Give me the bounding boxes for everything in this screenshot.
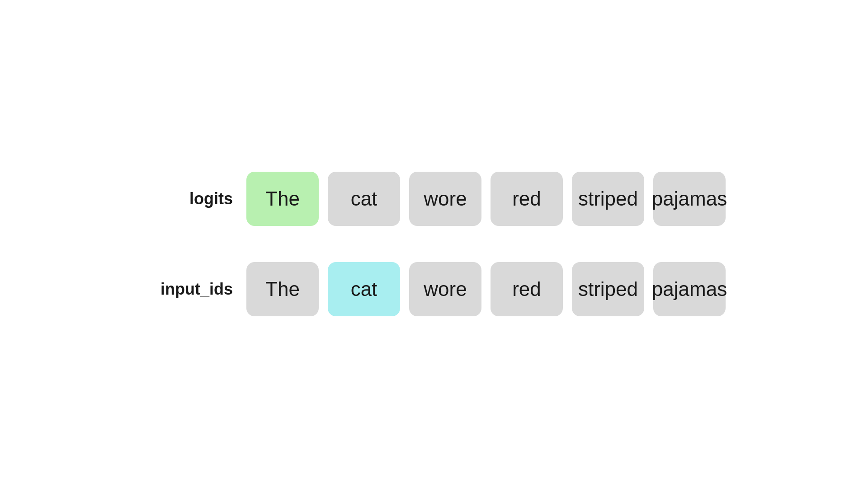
token-logits-4[interactable]: striped bbox=[572, 172, 644, 226]
token-input_ids-3[interactable]: red bbox=[491, 262, 563, 316]
main-container: logitsThecatworeredstripedpajamasinput_i… bbox=[142, 172, 726, 316]
token-logits-1[interactable]: cat bbox=[328, 172, 400, 226]
label-logits: logits bbox=[142, 189, 233, 208]
token-input_ids-0[interactable]: The bbox=[246, 262, 319, 316]
token-input_ids-2[interactable]: wore bbox=[409, 262, 481, 316]
token-logits-0[interactable]: The bbox=[246, 172, 319, 226]
row-input_ids: input_idsThecatworeredstripedpajamas bbox=[142, 262, 726, 316]
token-logits-3[interactable]: red bbox=[491, 172, 563, 226]
token-logits-5[interactable]: pajamas bbox=[653, 172, 726, 226]
token-logits-2[interactable]: wore bbox=[409, 172, 481, 226]
token-input_ids-5[interactable]: pajamas bbox=[653, 262, 726, 316]
tokens-input_ids: Thecatworeredstripedpajamas bbox=[246, 262, 726, 316]
token-input_ids-4[interactable]: striped bbox=[572, 262, 644, 316]
tokens-logits: Thecatworeredstripedpajamas bbox=[246, 172, 726, 226]
label-input_ids: input_ids bbox=[142, 280, 233, 299]
token-input_ids-1[interactable]: cat bbox=[328, 262, 400, 316]
row-logits: logitsThecatworeredstripedpajamas bbox=[142, 172, 726, 226]
